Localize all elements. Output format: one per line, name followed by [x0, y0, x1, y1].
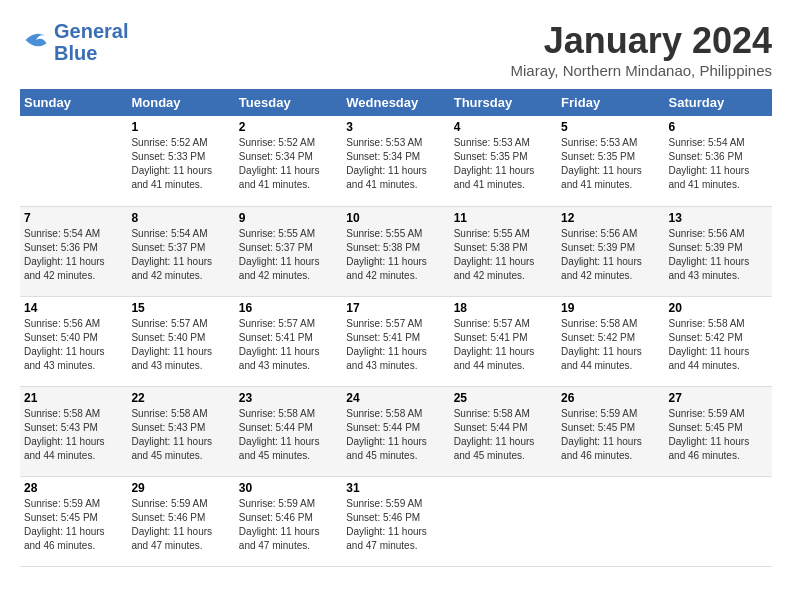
day-number: 15	[131, 301, 230, 315]
day-number: 4	[454, 120, 553, 134]
day-number: 21	[24, 391, 123, 405]
calendar-cell: 18Sunrise: 5:57 AMSunset: 5:41 PMDayligh…	[450, 296, 557, 386]
calendar-cell: 9Sunrise: 5:55 AMSunset: 5:37 PMDaylight…	[235, 206, 342, 296]
col-header-monday: Monday	[127, 89, 234, 116]
day-info: Sunrise: 5:58 AMSunset: 5:44 PMDaylight:…	[454, 407, 553, 463]
day-number: 10	[346, 211, 445, 225]
day-info: Sunrise: 5:57 AMSunset: 5:41 PMDaylight:…	[346, 317, 445, 373]
page-header: General Blue January 2024 Miaray, Northe…	[20, 20, 772, 79]
day-number: 28	[24, 481, 123, 495]
calendar-cell: 6Sunrise: 5:54 AMSunset: 5:36 PMDaylight…	[665, 116, 772, 206]
calendar-cell: 14Sunrise: 5:56 AMSunset: 5:40 PMDayligh…	[20, 296, 127, 386]
calendar-table: SundayMondayTuesdayWednesdayThursdayFrid…	[20, 89, 772, 567]
day-info: Sunrise: 5:56 AMSunset: 5:39 PMDaylight:…	[561, 227, 660, 283]
day-number: 31	[346, 481, 445, 495]
calendar-cell: 21Sunrise: 5:58 AMSunset: 5:43 PMDayligh…	[20, 386, 127, 476]
month-title: January 2024	[510, 20, 772, 62]
calendar-cell: 24Sunrise: 5:58 AMSunset: 5:44 PMDayligh…	[342, 386, 449, 476]
col-header-friday: Friday	[557, 89, 664, 116]
title-block: January 2024 Miaray, Northern Mindanao, …	[510, 20, 772, 79]
day-number: 8	[131, 211, 230, 225]
day-info: Sunrise: 5:58 AMSunset: 5:44 PMDaylight:…	[346, 407, 445, 463]
day-info: Sunrise: 5:54 AMSunset: 5:36 PMDaylight:…	[669, 136, 768, 192]
calendar-cell: 11Sunrise: 5:55 AMSunset: 5:38 PMDayligh…	[450, 206, 557, 296]
day-info: Sunrise: 5:57 AMSunset: 5:41 PMDaylight:…	[454, 317, 553, 373]
col-header-sunday: Sunday	[20, 89, 127, 116]
calendar-cell: 22Sunrise: 5:58 AMSunset: 5:43 PMDayligh…	[127, 386, 234, 476]
calendar-cell: 7Sunrise: 5:54 AMSunset: 5:36 PMDaylight…	[20, 206, 127, 296]
day-info: Sunrise: 5:59 AMSunset: 5:46 PMDaylight:…	[239, 497, 338, 553]
day-number: 26	[561, 391, 660, 405]
day-number: 27	[669, 391, 768, 405]
day-info: Sunrise: 5:53 AMSunset: 5:35 PMDaylight:…	[561, 136, 660, 192]
week-row-4: 21Sunrise: 5:58 AMSunset: 5:43 PMDayligh…	[20, 386, 772, 476]
calendar-cell: 31Sunrise: 5:59 AMSunset: 5:46 PMDayligh…	[342, 476, 449, 566]
col-header-wednesday: Wednesday	[342, 89, 449, 116]
day-number: 17	[346, 301, 445, 315]
calendar-cell: 27Sunrise: 5:59 AMSunset: 5:45 PMDayligh…	[665, 386, 772, 476]
day-info: Sunrise: 5:58 AMSunset: 5:43 PMDaylight:…	[131, 407, 230, 463]
day-number: 11	[454, 211, 553, 225]
day-number: 6	[669, 120, 768, 134]
calendar-cell: 4Sunrise: 5:53 AMSunset: 5:35 PMDaylight…	[450, 116, 557, 206]
day-info: Sunrise: 5:52 AMSunset: 5:34 PMDaylight:…	[239, 136, 338, 192]
location: Miaray, Northern Mindanao, Philippines	[510, 62, 772, 79]
col-header-saturday: Saturday	[665, 89, 772, 116]
day-info: Sunrise: 5:59 AMSunset: 5:46 PMDaylight:…	[346, 497, 445, 553]
calendar-cell: 1Sunrise: 5:52 AMSunset: 5:33 PMDaylight…	[127, 116, 234, 206]
day-number: 7	[24, 211, 123, 225]
col-header-thursday: Thursday	[450, 89, 557, 116]
day-info: Sunrise: 5:52 AMSunset: 5:33 PMDaylight:…	[131, 136, 230, 192]
day-info: Sunrise: 5:59 AMSunset: 5:45 PMDaylight:…	[24, 497, 123, 553]
day-info: Sunrise: 5:58 AMSunset: 5:42 PMDaylight:…	[669, 317, 768, 373]
day-number: 20	[669, 301, 768, 315]
day-info: Sunrise: 5:59 AMSunset: 5:46 PMDaylight:…	[131, 497, 230, 553]
calendar-cell: 8Sunrise: 5:54 AMSunset: 5:37 PMDaylight…	[127, 206, 234, 296]
day-info: Sunrise: 5:53 AMSunset: 5:34 PMDaylight:…	[346, 136, 445, 192]
day-info: Sunrise: 5:54 AMSunset: 5:36 PMDaylight:…	[24, 227, 123, 283]
day-number: 23	[239, 391, 338, 405]
week-row-2: 7Sunrise: 5:54 AMSunset: 5:36 PMDaylight…	[20, 206, 772, 296]
day-info: Sunrise: 5:58 AMSunset: 5:42 PMDaylight:…	[561, 317, 660, 373]
day-info: Sunrise: 5:58 AMSunset: 5:43 PMDaylight:…	[24, 407, 123, 463]
day-number: 12	[561, 211, 660, 225]
day-number: 9	[239, 211, 338, 225]
calendar-cell: 2Sunrise: 5:52 AMSunset: 5:34 PMDaylight…	[235, 116, 342, 206]
calendar-cell: 12Sunrise: 5:56 AMSunset: 5:39 PMDayligh…	[557, 206, 664, 296]
calendar-cell	[20, 116, 127, 206]
calendar-cell: 25Sunrise: 5:58 AMSunset: 5:44 PMDayligh…	[450, 386, 557, 476]
day-info: Sunrise: 5:53 AMSunset: 5:35 PMDaylight:…	[454, 136, 553, 192]
day-info: Sunrise: 5:59 AMSunset: 5:45 PMDaylight:…	[669, 407, 768, 463]
logo: General Blue	[20, 20, 128, 64]
calendar-header-row: SundayMondayTuesdayWednesdayThursdayFrid…	[20, 89, 772, 116]
week-row-1: 1Sunrise: 5:52 AMSunset: 5:33 PMDaylight…	[20, 116, 772, 206]
day-number: 3	[346, 120, 445, 134]
day-number: 18	[454, 301, 553, 315]
day-info: Sunrise: 5:57 AMSunset: 5:40 PMDaylight:…	[131, 317, 230, 373]
day-info: Sunrise: 5:55 AMSunset: 5:37 PMDaylight:…	[239, 227, 338, 283]
day-info: Sunrise: 5:59 AMSunset: 5:45 PMDaylight:…	[561, 407, 660, 463]
day-number: 24	[346, 391, 445, 405]
calendar-cell: 28Sunrise: 5:59 AMSunset: 5:45 PMDayligh…	[20, 476, 127, 566]
calendar-cell	[665, 476, 772, 566]
day-info: Sunrise: 5:57 AMSunset: 5:41 PMDaylight:…	[239, 317, 338, 373]
calendar-cell: 16Sunrise: 5:57 AMSunset: 5:41 PMDayligh…	[235, 296, 342, 386]
day-info: Sunrise: 5:55 AMSunset: 5:38 PMDaylight:…	[454, 227, 553, 283]
logo-text-general: General	[54, 20, 128, 42]
calendar-cell: 13Sunrise: 5:56 AMSunset: 5:39 PMDayligh…	[665, 206, 772, 296]
day-info: Sunrise: 5:54 AMSunset: 5:37 PMDaylight:…	[131, 227, 230, 283]
calendar-cell: 10Sunrise: 5:55 AMSunset: 5:38 PMDayligh…	[342, 206, 449, 296]
col-header-tuesday: Tuesday	[235, 89, 342, 116]
day-number: 29	[131, 481, 230, 495]
calendar-cell	[450, 476, 557, 566]
day-info: Sunrise: 5:55 AMSunset: 5:38 PMDaylight:…	[346, 227, 445, 283]
week-row-5: 28Sunrise: 5:59 AMSunset: 5:45 PMDayligh…	[20, 476, 772, 566]
day-info: Sunrise: 5:56 AMSunset: 5:39 PMDaylight:…	[669, 227, 768, 283]
calendar-cell: 3Sunrise: 5:53 AMSunset: 5:34 PMDaylight…	[342, 116, 449, 206]
day-number: 14	[24, 301, 123, 315]
calendar-cell: 23Sunrise: 5:58 AMSunset: 5:44 PMDayligh…	[235, 386, 342, 476]
calendar-cell: 29Sunrise: 5:59 AMSunset: 5:46 PMDayligh…	[127, 476, 234, 566]
day-number: 19	[561, 301, 660, 315]
calendar-cell: 5Sunrise: 5:53 AMSunset: 5:35 PMDaylight…	[557, 116, 664, 206]
day-number: 5	[561, 120, 660, 134]
